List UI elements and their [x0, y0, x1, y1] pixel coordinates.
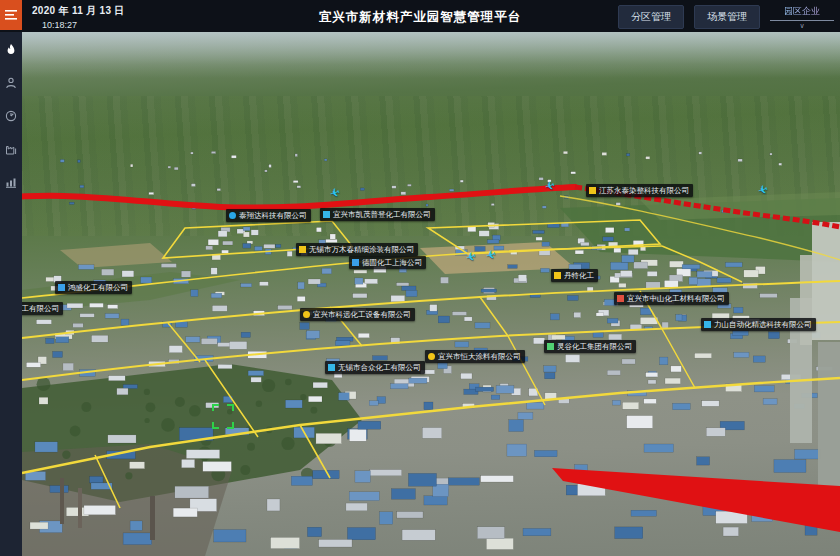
flame-icon: [5, 44, 17, 57]
datetime-display: 2020 年 11 月 13 日 10:18:27: [32, 4, 125, 30]
scene-management-button[interactable]: 场景管理: [694, 5, 760, 29]
company-label[interactable]: 宜兴市科远化工设备有限公司: [300, 308, 415, 321]
company-marker-icon: [352, 259, 359, 266]
company-label-text: 无锡市合众化工有限公司: [338, 364, 421, 372]
company-label-text: 鸿盛化工有限公司: [68, 284, 128, 292]
company-marker-icon: [547, 343, 554, 350]
company-label-text: 无锡市万木春精细涂装有限公司: [309, 246, 414, 254]
company-label-text: 丹特化工: [564, 272, 594, 280]
company-marker-icon: [323, 211, 330, 218]
time-text: 10:18:27: [42, 20, 125, 30]
company-label[interactable]: 灵谷化工集团有限公司: [544, 340, 636, 353]
sidebar-item-enterprises[interactable]: [3, 141, 19, 157]
smart-park-app: ✈✈✈✈✈ 泰翔达科技有限公司宜兴市凯茂普登化工有限公司无锡市万木春精细涂装有限…: [0, 0, 840, 556]
chevron-down-icon: ∨: [770, 21, 834, 31]
top-header-bar: 2020 年 11 月 13 日 10:18:27 宜兴市新材料产业园智慧管理平…: [0, 0, 840, 32]
date-text: 2020 年 11 月 13 日: [32, 4, 125, 18]
company-marker-icon: [303, 311, 310, 318]
company-label[interactable]: 德固化工上海公司: [349, 256, 426, 269]
company-marker-icon: [229, 212, 236, 219]
company-label[interactable]: 无锡市合众化工有限公司: [325, 361, 425, 374]
company-marker-icon: [704, 321, 711, 328]
company-marker-icon: [554, 272, 561, 279]
company-marker-icon: [428, 353, 435, 360]
company-label[interactable]: 宜兴市中山化工材料有限公司: [614, 292, 729, 305]
company-label[interactable]: 宜兴市恒大涂料有限公司: [425, 350, 525, 363]
map-scene-svg: [0, 0, 840, 556]
enterprise-dropdown-label: 园区企业: [770, 5, 834, 21]
company-label-text: 江苏永泰染整科技有限公司: [599, 187, 689, 195]
left-icon-rail: [0, 30, 22, 556]
company-label[interactable]: 力山自动化精选科技有限公司: [701, 318, 816, 331]
gauge-icon: [5, 110, 17, 122]
company-label[interactable]: 无锡市万木春精细涂装有限公司: [296, 243, 418, 256]
company-label[interactable]: 鸿盛化工有限公司: [55, 281, 132, 294]
header-actions: 分区管理 场景管理 园区企业 ∨: [618, 5, 834, 31]
congestion-band-bottom-right: [552, 468, 840, 532]
company-marker-icon: [58, 284, 65, 291]
sidebar-item-statistics[interactable]: [3, 174, 19, 190]
company-label[interactable]: 宜兴市凯茂普登化工有限公司: [320, 208, 435, 221]
page-title: 宜兴市新材料产业园智慧管理平台: [319, 9, 522, 26]
person-icon: [5, 77, 17, 89]
zone-management-button[interactable]: 分区管理: [618, 5, 684, 29]
company-label-text: 宜兴市中山化工材料有限公司: [627, 295, 725, 303]
company-label-text: 宜兴市科远化工设备有限公司: [313, 311, 411, 319]
company-marker-icon: [589, 187, 596, 194]
company-label[interactable]: 江苏永泰染整科技有限公司: [586, 184, 693, 197]
company-marker-icon: [617, 295, 624, 302]
congestion-line-main: [0, 187, 575, 208]
company-marker-icon: [299, 246, 306, 253]
company-label[interactable]: 丹特化工: [551, 269, 598, 282]
company-label-text: 灵谷化工集团有限公司: [557, 343, 632, 351]
hamburger-menu-button[interactable]: [0, 0, 22, 30]
sidebar-item-alarms[interactable]: [3, 42, 19, 58]
sidebar-item-monitoring[interactable]: [3, 108, 19, 124]
bar-chart-icon: [5, 176, 17, 188]
company-marker-icon: [328, 364, 335, 371]
sidebar-item-personnel[interactable]: [3, 75, 19, 91]
company-label-text: 宜兴市恒大涂料有限公司: [438, 353, 521, 361]
company-label[interactable]: 泰翔达科技有限公司: [226, 209, 311, 222]
map-3d-viewport[interactable]: ✈✈✈✈✈ 泰翔达科技有限公司宜兴市凯茂普登化工有限公司无锡市万木春精细涂装有限…: [0, 0, 840, 556]
company-label-text: 泰翔达科技有限公司: [239, 212, 307, 220]
enterprise-dropdown[interactable]: 园区企业 ∨: [770, 5, 834, 31]
company-label-text: 力山自动化精选科技有限公司: [714, 321, 812, 329]
company-label-text: 德固化工上海公司: [362, 259, 422, 267]
company-label-text: 宜兴市凯茂普登化工有限公司: [333, 211, 431, 219]
factory-icon: [5, 143, 17, 155]
hamburger-icon: [5, 10, 17, 20]
